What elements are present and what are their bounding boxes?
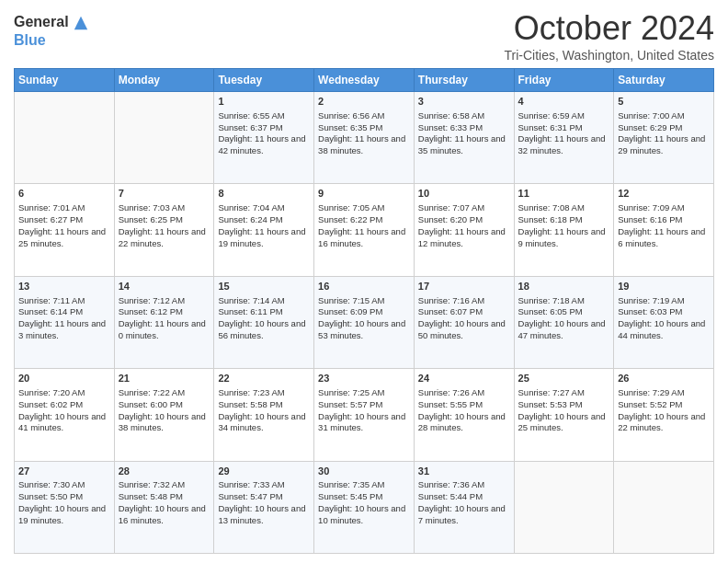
day-number: 5 — [618, 95, 710, 109]
calendar-cell: 26Sunrise: 7:29 AMSunset: 5:52 PMDayligh… — [614, 369, 714, 461]
weekday-header: Monday — [114, 69, 214, 92]
calendar-cell: 2Sunrise: 6:56 AMSunset: 6:35 PMDaylight… — [314, 92, 415, 184]
calendar-cell: 17Sunrise: 7:16 AMSunset: 6:07 PMDayligh… — [414, 276, 514, 368]
day-number: 15 — [218, 280, 310, 293]
day-number: 25 — [518, 372, 610, 385]
cell-content: 12Sunrise: 7:09 AMSunset: 6:16 PMDayligh… — [618, 187, 710, 249]
sunrise-text: Sunrise: 7:15 AM — [318, 295, 410, 307]
calendar-cell: 19Sunrise: 7:19 AMSunset: 6:03 PMDayligh… — [614, 276, 714, 368]
sunset-text: Sunset: 6:24 PM — [218, 214, 310, 226]
daylight-text: Daylight: 10 hours and 31 minutes. — [318, 411, 410, 435]
calendar-cell: 23Sunrise: 7:25 AMSunset: 5:57 PMDayligh… — [314, 369, 415, 461]
calendar-cell: 27Sunrise: 7:30 AMSunset: 5:50 PMDayligh… — [15, 461, 115, 553]
sunset-text: Sunset: 5:45 PM — [318, 491, 410, 503]
daylight-text: Daylight: 11 hours and 19 minutes. — [218, 226, 310, 250]
sunset-text: Sunset: 6:07 PM — [418, 306, 510, 318]
sunrise-text: Sunrise: 7:12 AM — [119, 295, 210, 307]
cell-content: 6Sunrise: 7:01 AMSunset: 6:27 PMDaylight… — [18, 187, 110, 249]
cell-content: 15Sunrise: 7:14 AMSunset: 6:11 PMDayligh… — [218, 280, 310, 342]
cell-content: 28Sunrise: 7:32 AMSunset: 5:48 PMDayligh… — [119, 465, 210, 527]
day-number: 14 — [119, 280, 210, 293]
calendar-cell: 13Sunrise: 7:11 AMSunset: 6:14 PMDayligh… — [15, 276, 115, 368]
calendar-cell: 3Sunrise: 6:58 AMSunset: 6:33 PMDaylight… — [414, 92, 514, 184]
sunset-text: Sunset: 6:11 PM — [218, 306, 310, 318]
calendar-cell: 7Sunrise: 7:03 AMSunset: 6:25 PMDaylight… — [114, 184, 214, 276]
header: General Blue October 2024 Tri-Cities, Wa… — [14, 9, 714, 63]
cell-content: 31Sunrise: 7:36 AMSunset: 5:44 PMDayligh… — [418, 465, 510, 527]
cell-content: 4Sunrise: 6:59 AMSunset: 6:31 PMDaylight… — [518, 95, 610, 157]
daylight-text: Daylight: 11 hours and 35 minutes. — [418, 133, 510, 157]
day-number: 21 — [119, 372, 210, 385]
sunrise-text: Sunrise: 6:58 AM — [418, 110, 510, 122]
cell-content: 3Sunrise: 6:58 AMSunset: 6:33 PMDaylight… — [418, 95, 510, 157]
daylight-text: Daylight: 10 hours and 47 minutes. — [518, 318, 610, 342]
sunrise-text: Sunrise: 7:07 AM — [418, 202, 510, 214]
daylight-text: Daylight: 10 hours and 25 minutes. — [518, 411, 610, 435]
day-number: 9 — [318, 187, 410, 201]
cell-content: 19Sunrise: 7:19 AMSunset: 6:03 PMDayligh… — [618, 280, 710, 342]
sunrise-text: Sunrise: 7:30 AM — [18, 479, 110, 491]
day-number: 16 — [318, 280, 410, 293]
sunrise-text: Sunrise: 7:01 AM — [18, 202, 110, 214]
daylight-text: Daylight: 11 hours and 12 minutes. — [418, 226, 510, 250]
cell-content: 17Sunrise: 7:16 AMSunset: 6:07 PMDayligh… — [418, 280, 510, 342]
sunrise-text: Sunrise: 6:59 AM — [518, 110, 610, 122]
cell-content: 8Sunrise: 7:04 AMSunset: 6:24 PMDaylight… — [218, 187, 310, 249]
day-number: 23 — [318, 372, 410, 385]
sunrise-text: Sunrise: 7:16 AM — [418, 295, 510, 307]
daylight-text: Daylight: 11 hours and 22 minutes. — [119, 226, 210, 250]
sunrise-text: Sunrise: 7:20 AM — [18, 387, 110, 399]
calendar-cell: 5Sunrise: 7:00 AMSunset: 6:29 PMDaylight… — [614, 92, 714, 184]
day-number: 30 — [318, 465, 410, 478]
day-number: 29 — [218, 465, 310, 478]
sunset-text: Sunset: 6:27 PM — [18, 214, 110, 226]
day-number: 3 — [418, 95, 510, 109]
cell-content: 29Sunrise: 7:33 AMSunset: 5:47 PMDayligh… — [218, 465, 310, 527]
calendar-week-row: 1Sunrise: 6:55 AMSunset: 6:37 PMDaylight… — [15, 92, 714, 184]
sunset-text: Sunset: 6:33 PM — [418, 122, 510, 134]
calendar-cell: 20Sunrise: 7:20 AMSunset: 6:02 PMDayligh… — [15, 369, 115, 461]
sunrise-text: Sunrise: 7:00 AM — [618, 110, 710, 122]
title-block: October 2024 Tri-Cities, Washington, Uni… — [505, 9, 715, 63]
cell-content: 30Sunrise: 7:35 AMSunset: 5:45 PMDayligh… — [318, 465, 410, 527]
cell-content: 22Sunrise: 7:23 AMSunset: 5:58 PMDayligh… — [218, 372, 310, 434]
daylight-text: Daylight: 10 hours and 56 minutes. — [218, 318, 310, 342]
calendar-cell: 16Sunrise: 7:15 AMSunset: 6:09 PMDayligh… — [314, 276, 415, 368]
daylight-text: Daylight: 10 hours and 53 minutes. — [318, 318, 410, 342]
day-number: 27 — [18, 465, 110, 478]
sunset-text: Sunset: 6:00 PM — [119, 399, 210, 411]
daylight-text: Daylight: 11 hours and 16 minutes. — [318, 226, 410, 250]
daylight-text: Daylight: 10 hours and 38 minutes. — [119, 411, 210, 435]
calendar-table: SundayMondayTuesdayWednesdayThursdayFrid… — [14, 68, 714, 554]
sunset-text: Sunset: 5:55 PM — [418, 399, 510, 411]
sunset-text: Sunset: 6:05 PM — [518, 306, 610, 318]
cell-content: 13Sunrise: 7:11 AMSunset: 6:14 PMDayligh… — [18, 280, 110, 342]
sunrise-text: Sunrise: 7:33 AM — [218, 479, 310, 491]
calendar-week-row: 20Sunrise: 7:20 AMSunset: 6:02 PMDayligh… — [15, 369, 714, 461]
calendar-cell: 10Sunrise: 7:07 AMSunset: 6:20 PMDayligh… — [414, 184, 514, 276]
month-title: October 2024 — [505, 9, 715, 48]
sunrise-text: Sunrise: 7:19 AM — [618, 295, 710, 307]
calendar-week-row: 27Sunrise: 7:30 AMSunset: 5:50 PMDayligh… — [15, 461, 714, 553]
calendar-cell: 8Sunrise: 7:04 AMSunset: 6:24 PMDaylight… — [214, 184, 314, 276]
sunset-text: Sunset: 6:12 PM — [119, 306, 210, 318]
cell-content: 1Sunrise: 6:55 AMSunset: 6:37 PMDaylight… — [218, 95, 310, 157]
day-number: 12 — [618, 187, 710, 201]
page: General Blue October 2024 Tri-Cities, Wa… — [0, 0, 728, 563]
sunset-text: Sunset: 6:09 PM — [318, 306, 410, 318]
day-number: 31 — [418, 465, 510, 478]
sunrise-text: Sunrise: 7:32 AM — [119, 479, 210, 491]
sunset-text: Sunset: 5:50 PM — [18, 491, 110, 503]
sunset-text: Sunset: 6:20 PM — [418, 214, 510, 226]
sunset-text: Sunset: 6:14 PM — [18, 306, 110, 318]
cell-content: 26Sunrise: 7:29 AMSunset: 5:52 PMDayligh… — [618, 372, 710, 434]
sunrise-text: Sunrise: 7:25 AM — [318, 387, 410, 399]
day-number: 8 — [218, 187, 310, 201]
sunrise-text: Sunrise: 7:05 AM — [318, 202, 410, 214]
day-number: 11 — [518, 187, 610, 201]
sunset-text: Sunset: 6:02 PM — [18, 399, 110, 411]
sunrise-text: Sunrise: 7:04 AM — [218, 202, 310, 214]
sunset-text: Sunset: 6:22 PM — [318, 214, 410, 226]
sunrise-text: Sunrise: 7:14 AM — [218, 295, 310, 307]
daylight-text: Daylight: 11 hours and 3 minutes. — [18, 318, 110, 342]
